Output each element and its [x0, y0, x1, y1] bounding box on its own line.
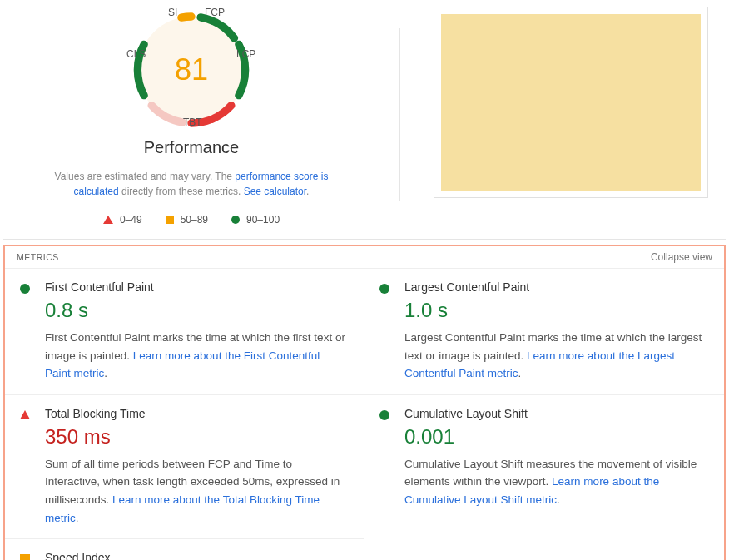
metric-description: Sum of all time periods between FCP and … — [45, 455, 348, 527]
metric-description: Largest Contentful Paint marks the time … — [404, 329, 707, 383]
triangle-fail-icon — [20, 410, 30, 419]
metric-name: Cumulative Layout Shift — [404, 407, 707, 420]
metric-value: 0.001 — [404, 425, 707, 448]
vertical-divider — [399, 28, 400, 201]
legend-fail: 0–49 — [103, 214, 142, 225]
circle-pass-icon — [20, 284, 30, 294]
metrics-column-left: First Contentful Paint 0.8 s First Conte… — [5, 268, 364, 560]
summary-section: 81 SI FCP CLS LCP TBT Performance Values… — [3, 3, 726, 240]
legend-pass: 90–100 — [231, 214, 280, 225]
collapse-view-button[interactable]: Collapse view — [651, 251, 712, 263]
metric-learn-more-link[interactable]: Learn more about the Total Blocking Time… — [45, 493, 320, 524]
legend-fail-label: 0–49 — [120, 214, 142, 225]
metric-name: Largest Contentful Paint — [404, 280, 707, 294]
metric-value: 350 ms — [45, 425, 348, 448]
gauge-label-fcp: FCP — [205, 7, 225, 18]
metrics-column-right: Largest Contentful Paint 1.0 s Largest C… — [364, 268, 724, 560]
metric-learn-more-link[interactable]: Learn more about the First Contentful Pa… — [45, 349, 320, 380]
gauge-title: Performance — [144, 138, 240, 157]
triangle-fail-icon — [103, 216, 113, 224]
disclaimer-prefix: Values are estimated and may vary. The — [55, 171, 236, 182]
square-avg-icon — [20, 554, 30, 560]
metric-name: First Contentful Paint — [45, 280, 348, 294]
metric-name: Speed Index — [45, 551, 348, 560]
circle-pass-icon — [231, 216, 240, 224]
gauge-column: 81 SI FCP CLS LCP TBT Performance Values… — [17, 3, 366, 225]
metric-learn-more-link[interactable]: Learn more about the Cumulative Layout S… — [404, 475, 659, 506]
disclaimer-text: Values are estimated and may vary. The p… — [33, 169, 350, 199]
score-legend: 0–49 50–89 90–100 — [103, 214, 280, 225]
metrics-grid: First Contentful Paint 0.8 s First Conte… — [5, 268, 724, 560]
gauge-label-lcp: LCP — [236, 48, 255, 60]
metric-description: Cumulative Layout Shift measures the mov… — [404, 455, 707, 509]
metric-learn-more-link[interactable]: Learn more about the Largest Contentful … — [404, 349, 675, 380]
see-calculator-link[interactable]: See calculator — [244, 186, 306, 197]
performance-gauge: 81 SI FCP CLS LCP TBT — [125, 3, 258, 136]
screenshot-image — [441, 14, 701, 191]
metric-row: Total Blocking Time 350 ms Sum of all ti… — [5, 394, 364, 538]
metric-name: Total Blocking Time — [45, 407, 348, 420]
legend-avg-label: 50–89 — [181, 214, 208, 225]
square-avg-icon — [166, 216, 174, 224]
metric-value: 1.0 s — [404, 299, 707, 322]
circle-pass-icon — [379, 410, 389, 420]
metric-row: Largest Contentful Paint 1.0 s Largest C… — [364, 268, 724, 394]
disclaimer-middle: directly from these metrics. — [119, 186, 244, 197]
preview-column — [434, 3, 712, 225]
metric-description: First Contentful Paint marks the time at… — [45, 329, 348, 383]
metric-row: Speed Index 1.5 s Speed Index shows how … — [5, 538, 364, 560]
legend-pass-label: 90–100 — [246, 214, 280, 225]
metric-value: 0.8 s — [45, 299, 348, 322]
screenshot-thumbnail[interactable] — [434, 7, 708, 198]
metrics-title: METRICS — [17, 252, 59, 262]
metric-row: Cumulative Layout Shift 0.001 Cumulative… — [364, 394, 724, 521]
metrics-header: METRICS Collapse view — [5, 246, 724, 268]
metric-row: First Contentful Paint 0.8 s First Conte… — [5, 268, 364, 394]
gauge-label-tbt: TBT — [183, 116, 202, 128]
circle-pass-icon — [379, 284, 389, 294]
legend-avg: 50–89 — [166, 214, 208, 225]
metrics-section: METRICS Collapse view First Contentful P… — [3, 245, 726, 560]
gauge-label-si: SI — [168, 7, 177, 18]
gauge-label-cls: CLS — [126, 48, 146, 60]
